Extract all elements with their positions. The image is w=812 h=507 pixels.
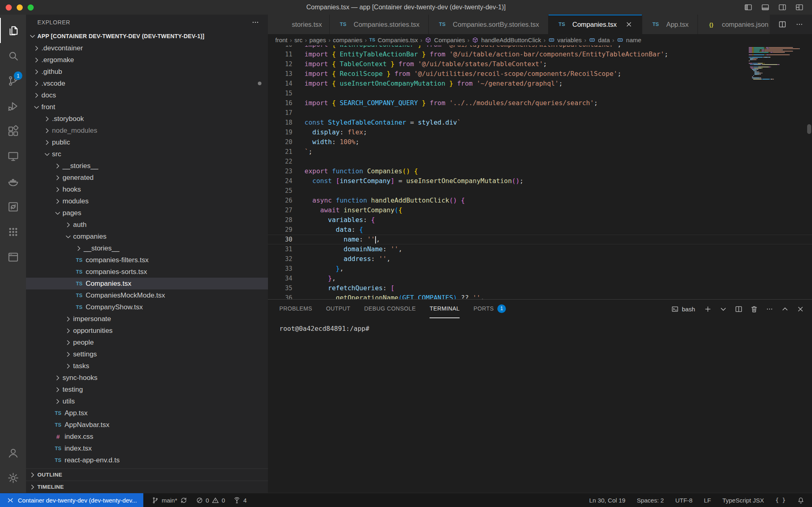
breadcrumb-item[interactable]: name bbox=[617, 37, 641, 43]
code-line[interactable]: 33 }, bbox=[268, 264, 812, 274]
code-line[interactable]: 27 await insertCompany({ bbox=[268, 205, 812, 215]
editor-more-actions-icon[interactable] bbox=[795, 20, 804, 29]
panel-tab-debug-console[interactable]: DEBUG CONSOLE bbox=[364, 300, 416, 318]
code-line[interactable]: 10import { WithTopBarContainer } from '@… bbox=[268, 45, 812, 50]
eol[interactable]: LF bbox=[704, 497, 711, 504]
maximize-panel-icon[interactable] bbox=[781, 305, 789, 313]
activity-item-remote-explorer[interactable] bbox=[0, 144, 26, 169]
language-mode[interactable]: TypeScript JSX bbox=[722, 497, 764, 504]
tree-item-folder[interactable]: settings bbox=[26, 348, 268, 360]
code-line[interactable]: 34 }, bbox=[268, 274, 812, 283]
breadcrumb-item[interactable]: TSCompanies.tsx bbox=[369, 37, 418, 43]
panel-more-actions-icon[interactable] bbox=[765, 305, 774, 313]
code-line[interactable]: 30 name: '', bbox=[268, 235, 812, 244]
outline-section[interactable]: OUTLINE bbox=[26, 468, 268, 481]
code-line[interactable]: 23export function Companies() { bbox=[268, 166, 812, 176]
code-line[interactable]: 17 bbox=[268, 108, 812, 118]
close-window-button[interactable] bbox=[6, 4, 12, 11]
code-line[interactable]: 36 getOperationName(GET_COMPANIES) ?? ''… bbox=[268, 293, 812, 299]
close-icon[interactable] bbox=[625, 20, 633, 28]
code-line[interactable]: 18const StyledTableContainer = styled.di… bbox=[268, 118, 812, 127]
editor-scrollbar[interactable] bbox=[806, 45, 812, 299]
kill-terminal-icon[interactable] bbox=[750, 305, 758, 313]
panel-tab-problems[interactable]: PROBLEMS bbox=[279, 300, 312, 318]
tree-item-folder[interactable]: opportunities bbox=[26, 325, 268, 337]
activity-item-accounts[interactable] bbox=[0, 440, 26, 465]
breadcrumb-item[interactable]: variables bbox=[548, 37, 582, 43]
ports-indicator[interactable]: 4 bbox=[233, 496, 246, 504]
code-line[interactable]: 35 refetchQueries: [ bbox=[268, 283, 812, 293]
code-line[interactable]: 20 width: 100%; bbox=[268, 137, 812, 147]
tree-item-file[interactable]: TSAppNavbar.tsx bbox=[26, 419, 268, 431]
activity-item-source-control[interactable]: 1 bbox=[0, 68, 26, 93]
breadcrumb-item[interactable]: data bbox=[589, 37, 610, 43]
zoom-window-button[interactable] bbox=[28, 4, 34, 11]
panel-tab-terminal[interactable]: TERMINAL bbox=[430, 300, 460, 318]
code-line[interactable]: 16import { SEARCH_COMPANY_QUERY } from '… bbox=[268, 98, 812, 108]
code-line[interactable]: 31 domainName: '', bbox=[268, 244, 812, 254]
tree-item-file[interactable]: TScompanies-filters.tsx bbox=[26, 254, 268, 266]
tree-item-file[interactable]: TSreact-app-env.d.ts bbox=[26, 454, 268, 466]
tree-item-folder[interactable]: .devcontainer bbox=[26, 42, 268, 54]
split-terminal-icon[interactable] bbox=[734, 305, 743, 313]
code-line[interactable]: 14import { useInsertOneCompanyMutation }… bbox=[268, 79, 812, 88]
branch-indicator[interactable]: main* bbox=[151, 496, 187, 504]
tree-item-file[interactable]: TSCompaniesMockMode.tsx bbox=[26, 289, 268, 301]
tree-item-folder[interactable]: auth bbox=[26, 219, 268, 231]
tree-item-folder[interactable]: tasks bbox=[26, 360, 268, 372]
tree-item-folder[interactable]: src bbox=[26, 148, 268, 160]
activity-item-explorer[interactable] bbox=[0, 18, 26, 43]
views-more-actions-icon[interactable] bbox=[251, 18, 260, 27]
panel-tab-ports[interactable]: PORTS1 bbox=[473, 300, 506, 318]
minimap[interactable] bbox=[746, 45, 806, 80]
breadcrumb-item[interactable]: pages bbox=[309, 37, 326, 43]
code-editor[interactable]: 10import { WithTopBarContainer } from '@… bbox=[268, 45, 812, 299]
tree-item-folder[interactable]: .storybook bbox=[26, 113, 268, 125]
code-line[interactable]: 21`; bbox=[268, 147, 812, 157]
code-line[interactable]: 11import { EntityTableActionBar } from '… bbox=[268, 50, 812, 59]
activity-item-extensions[interactable] bbox=[0, 119, 26, 144]
tree-item-folder[interactable]: docs bbox=[26, 89, 268, 101]
tree-item-folder[interactable]: modules bbox=[26, 195, 268, 207]
tree-item-folder[interactable]: sync-hooks bbox=[26, 372, 268, 384]
activity-item-kubernetes[interactable] bbox=[0, 219, 26, 244]
tree-item-folder[interactable]: __stories__ bbox=[26, 242, 268, 254]
tree-item-folder[interactable]: .ergomake bbox=[26, 54, 268, 66]
breadcrumb-item[interactable]: companies bbox=[333, 37, 363, 43]
split-editor-icon[interactable] bbox=[778, 20, 787, 29]
code-line[interactable]: 26 async function handleAddButtonClick()… bbox=[268, 196, 812, 205]
tree-item-file[interactable]: TScompanies-sorts.tsx bbox=[26, 266, 268, 278]
code-line[interactable]: 32 address: '', bbox=[268, 254, 812, 264]
tree-item-folder[interactable]: generated bbox=[26, 172, 268, 183]
code-line[interactable]: 13import { RecoilScope } from '@/ui/util… bbox=[268, 69, 812, 79]
scrollbar-thumb[interactable] bbox=[807, 124, 811, 134]
tree-item-file[interactable]: TSApp.tsx bbox=[26, 407, 268, 419]
editor-tab[interactable]: stories.tsx bbox=[268, 15, 330, 34]
tree-item-file[interactable]: #index.css bbox=[26, 431, 268, 442]
remote-indicator[interactable]: Container dev-twenty-dev (dev-twenty-dev… bbox=[0, 493, 143, 507]
breadcrumb-item[interactable]: handleAddButtonClick bbox=[472, 37, 541, 43]
toggle-panel-icon[interactable] bbox=[761, 3, 770, 12]
activity-item-run-and-debug[interactable] bbox=[0, 93, 26, 119]
code-line[interactable]: 19 display: flex; bbox=[268, 127, 812, 137]
tree-item-folder[interactable]: hooks bbox=[26, 183, 268, 195]
tree-item-folder[interactable]: node_modules bbox=[26, 125, 268, 136]
title-bar[interactable]: Companies.tsx — app [Container dev-twent… bbox=[0, 0, 812, 15]
indentation[interactable]: Spaces: 2 bbox=[637, 497, 664, 504]
toggle-secondary-sidebar-icon[interactable] bbox=[778, 3, 787, 12]
code-line[interactable]: 28 variables: { bbox=[268, 215, 812, 225]
cursor-position[interactable]: Ln 30, Col 19 bbox=[589, 497, 625, 504]
bell-icon[interactable] bbox=[797, 496, 805, 504]
terminal-dropdown-icon[interactable] bbox=[719, 305, 728, 313]
tree-item-folder[interactable]: people bbox=[26, 337, 268, 348]
code-line[interactable]: 24 const [insertCompany] = useInsertOneC… bbox=[268, 176, 812, 186]
code-line[interactable]: 12import { TableContext } from '@/ui/tab… bbox=[268, 59, 812, 69]
tree-item-folder[interactable]: impersonate bbox=[26, 313, 268, 325]
breadcrumb-item[interactable]: src bbox=[294, 37, 302, 43]
activity-item-docker[interactable] bbox=[0, 169, 26, 194]
editor-tab[interactable]: TSCompanies.stories.tsx bbox=[330, 15, 429, 34]
tree-item-file[interactable]: TSindex.tsx bbox=[26, 442, 268, 454]
editor-tab[interactable]: TSCompanies.sortBy.stories.tsx bbox=[429, 15, 548, 34]
tree-item-file[interactable]: TSCompanies.tsx bbox=[26, 278, 268, 289]
code-line[interactable]: 25 bbox=[268, 186, 812, 196]
